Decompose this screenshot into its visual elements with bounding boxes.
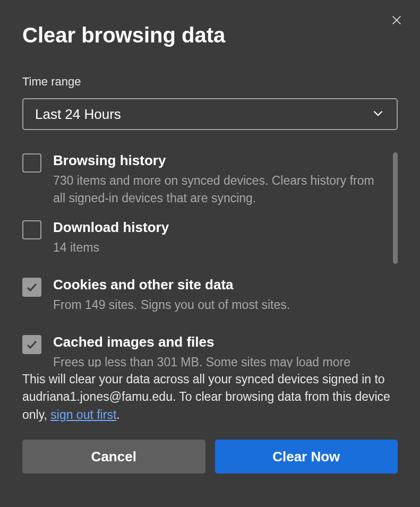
checkbox-cookies[interactable] — [22, 278, 41, 297]
clear-now-button[interactable]: Clear Now — [215, 440, 398, 474]
option-cookies: Cookies and other site data From 149 sit… — [22, 277, 380, 314]
option-desc: From 149 sites. Signs you out of most si… — [53, 296, 380, 314]
option-desc: 730 items and more on synced devices. Cl… — [53, 172, 380, 208]
option-browsing-history: Browsing history 730 items and more on s… — [22, 152, 380, 208]
dialog-title: Clear browsing data — [22, 23, 398, 47]
sign-out-link[interactable]: sign out first — [50, 408, 116, 422]
cancel-button[interactable]: Cancel — [22, 440, 205, 474]
dialog-actions: Cancel Clear Now — [22, 440, 398, 474]
time-range-dropdown[interactable]: Last 24 Hours — [22, 98, 398, 130]
check-icon — [25, 338, 38, 351]
time-range-label: Time range — [22, 75, 398, 89]
options-scroll-area: Browsing history 730 items and more on s… — [22, 152, 398, 367]
footer-sync-notice: This will clear your data across all you… — [22, 371, 398, 424]
option-desc: Frees up less than 301 MB. Some sites ma… — [53, 354, 380, 367]
chevron-down-icon — [371, 106, 385, 122]
option-cached-files: Cached images and files Frees up less th… — [22, 334, 380, 367]
option-title: Download history — [53, 219, 380, 236]
option-desc: 14 items — [53, 239, 380, 256]
checkbox-download-history[interactable] — [22, 220, 41, 239]
option-download-history: Download history 14 items — [22, 219, 380, 256]
close-button[interactable] — [388, 12, 405, 29]
time-range-value: Last 24 Hours — [35, 106, 121, 123]
checkbox-cached-files[interactable] — [22, 335, 41, 354]
footer-text-after: . — [116, 408, 119, 422]
checkbox-browsing-history[interactable] — [22, 153, 41, 173]
option-title: Cookies and other site data — [53, 277, 380, 293]
close-icon — [391, 14, 402, 26]
option-title: Browsing history — [53, 152, 380, 169]
scrollbar[interactable] — [393, 152, 398, 264]
option-title: Cached images and files — [53, 334, 380, 350]
check-icon — [25, 281, 38, 294]
